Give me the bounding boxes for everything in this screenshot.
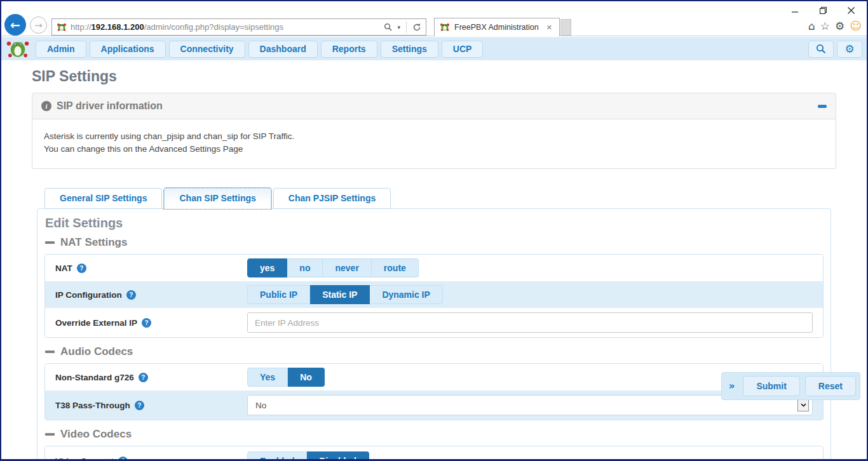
non-standard-g726-row: Non-Standard g726 ? Yes No bbox=[45, 364, 823, 391]
tab-close-icon[interactable]: ✕ bbox=[545, 23, 554, 32]
nat-settings-rows: NAT ? yes no never route IP Configuratio… bbox=[44, 254, 824, 338]
minimize-button[interactable] bbox=[785, 4, 804, 17]
override-external-ip-row: Override External IP ? bbox=[45, 308, 823, 337]
freepbx-navbar: Admin Applications Connectivity Dashboar… bbox=[1, 37, 867, 60]
override-external-ip-input[interactable] bbox=[247, 312, 813, 333]
browser-tab[interactable]: FreePBX Administration ✕ bbox=[434, 18, 560, 36]
collapse-section-icon[interactable] bbox=[45, 241, 55, 244]
window-controls bbox=[785, 4, 860, 17]
info-icon: i bbox=[41, 101, 51, 111]
collapse-section-icon[interactable] bbox=[45, 351, 55, 353]
t38-pass-through-row: T38 Pass-Through ? No bbox=[45, 391, 823, 420]
site-favicon-icon bbox=[57, 22, 67, 32]
forward-icon: → bbox=[34, 20, 43, 31]
home-icon[interactable]: ⌂ bbox=[808, 21, 815, 32]
ipconfig-option-dynamic-ip[interactable]: Dynamic IP bbox=[370, 285, 442, 304]
tab-chan-pjsip-settings[interactable]: Chan PJSIP Settings bbox=[273, 188, 391, 209]
sip-driver-info-title: SIP driver information bbox=[57, 100, 163, 112]
favorites-star-icon[interactable]: ☆ bbox=[820, 21, 830, 32]
help-icon[interactable]: ? bbox=[77, 264, 86, 273]
nat-option-yes[interactable]: yes bbox=[247, 258, 287, 277]
sip-driver-info-header[interactable]: i SIP driver information bbox=[32, 93, 836, 119]
video-codecs-rows: Video Support ? Enabled Disabled bbox=[44, 446, 824, 461]
nav-item-admin[interactable]: Admin bbox=[36, 41, 86, 58]
url-path: /admin/config.php?display=sipsettings bbox=[144, 22, 283, 32]
url-host: 192.168.1.200 bbox=[92, 22, 144, 32]
help-icon[interactable]: ? bbox=[135, 401, 144, 410]
browser-toolbar-icons: ⌂ ☆ ⚙ ☺ bbox=[808, 20, 862, 32]
override-external-ip-label: Override External IP ? bbox=[55, 318, 247, 328]
g726-option-no[interactable]: No bbox=[288, 368, 325, 387]
edit-settings-title: Edit Settings bbox=[45, 215, 823, 231]
refresh-icon[interactable] bbox=[410, 22, 423, 33]
help-icon[interactable]: ? bbox=[142, 318, 151, 328]
page-title: SIP Settings bbox=[32, 68, 867, 85]
help-icon[interactable]: ? bbox=[126, 290, 136, 300]
nat-option-no[interactable]: no bbox=[287, 258, 323, 277]
video-support-row: Video Support ? Enabled Disabled bbox=[45, 446, 823, 461]
sip-driver-info-body: Asterisk is currently using chan_pjsip a… bbox=[32, 119, 836, 169]
close-button[interactable] bbox=[841, 4, 860, 17]
t38-selected-value: No bbox=[255, 401, 266, 410]
field-label: IP Configuration bbox=[55, 290, 122, 300]
help-icon[interactable]: ? bbox=[118, 457, 128, 461]
navbar-gear-button[interactable]: ⚙ bbox=[837, 41, 862, 58]
video-option-enabled[interactable]: Enabled bbox=[247, 451, 307, 461]
nav-item-ucp[interactable]: UCP bbox=[442, 41, 484, 58]
addressbar-divider bbox=[406, 22, 407, 33]
tab-favicon-icon bbox=[440, 22, 450, 32]
search-caret-icon[interactable]: ▾ bbox=[395, 23, 402, 32]
new-tab-button[interactable] bbox=[560, 19, 571, 36]
submit-button[interactable]: Submit bbox=[743, 376, 799, 396]
field-label: Non-Standard g726 bbox=[55, 373, 134, 382]
address-bar[interactable]: http://192.168.1.200/admin/config.php?di… bbox=[51, 18, 426, 36]
collapse-section-icon[interactable] bbox=[45, 433, 55, 436]
video-option-disabled[interactable]: Disabled bbox=[307, 451, 369, 461]
g726-button-group: Yes No bbox=[247, 368, 325, 387]
feedback-smiley-icon[interactable]: ☺ bbox=[850, 20, 862, 32]
tab-chan-sip-settings[interactable]: Chan SIP Settings bbox=[164, 188, 271, 209]
section-header-video-codecs: Video Codecs bbox=[45, 428, 823, 441]
nat-option-route[interactable]: route bbox=[372, 258, 419, 277]
url-scheme: http:// bbox=[71, 22, 92, 32]
nat-button-group: yes no never route bbox=[247, 258, 419, 277]
help-icon[interactable]: ? bbox=[139, 373, 148, 382]
collapse-actionbar-icon[interactable]: » bbox=[726, 380, 738, 392]
select-arrow-icon[interactable] bbox=[797, 399, 809, 411]
ip-configuration-row: IP Configuration ? Public IP Static IP D… bbox=[45, 281, 823, 308]
section-title: NAT Settings bbox=[60, 236, 127, 249]
nav-item-reports[interactable]: Reports bbox=[321, 41, 377, 58]
navbar-search-icon bbox=[816, 44, 826, 54]
ipconfig-option-static-ip[interactable]: Static IP bbox=[310, 285, 370, 304]
nav-item-connectivity[interactable]: Connectivity bbox=[169, 41, 245, 58]
browser-chrome: ← → http://192.168.1.200/admin/config.ph… bbox=[1, 1, 867, 36]
g726-option-yes[interactable]: Yes bbox=[247, 368, 288, 387]
field-label: T38 Pass-Through bbox=[55, 401, 130, 410]
reset-button[interactable]: Reset bbox=[805, 376, 856, 396]
navbar-search-button[interactable] bbox=[808, 41, 834, 58]
ip-configuration-label: IP Configuration ? bbox=[55, 290, 247, 300]
nat-option-never[interactable]: never bbox=[323, 258, 371, 277]
nat-row: NAT ? yes no never route bbox=[45, 255, 823, 281]
nav-item-dashboard[interactable]: Dashboard bbox=[248, 41, 318, 58]
search-icon[interactable] bbox=[382, 22, 394, 32]
settings-gear-icon[interactable]: ⚙ bbox=[835, 21, 844, 32]
field-label: NAT bbox=[55, 264, 72, 273]
section-title: Audio Codecs bbox=[60, 345, 133, 358]
freepbx-logo-icon[interactable] bbox=[6, 39, 30, 58]
settings-tabs: General SIP Settings Chan SIP Settings C… bbox=[44, 188, 867, 208]
collapse-panel-icon[interactable] bbox=[818, 105, 827, 108]
navbar-gear-icon: ⚙ bbox=[844, 43, 854, 55]
nat-label: NAT ? bbox=[55, 264, 247, 273]
field-label: Video Support bbox=[55, 457, 114, 461]
nav-item-settings[interactable]: Settings bbox=[381, 41, 438, 58]
tab-general-sip-settings[interactable]: General SIP Settings bbox=[44, 188, 162, 209]
restore-button[interactable] bbox=[813, 4, 832, 17]
addressbar-tools: ▾ bbox=[382, 22, 423, 33]
t38-pass-through-label: T38 Pass-Through ? bbox=[55, 401, 247, 410]
back-button[interactable]: ← bbox=[4, 14, 26, 36]
tab-title: FreePBX Administration bbox=[454, 23, 540, 32]
nav-item-applications[interactable]: Applications bbox=[90, 41, 166, 58]
ipconfig-option-public-ip[interactable]: Public IP bbox=[247, 285, 310, 304]
forward-button[interactable]: → bbox=[30, 17, 47, 34]
